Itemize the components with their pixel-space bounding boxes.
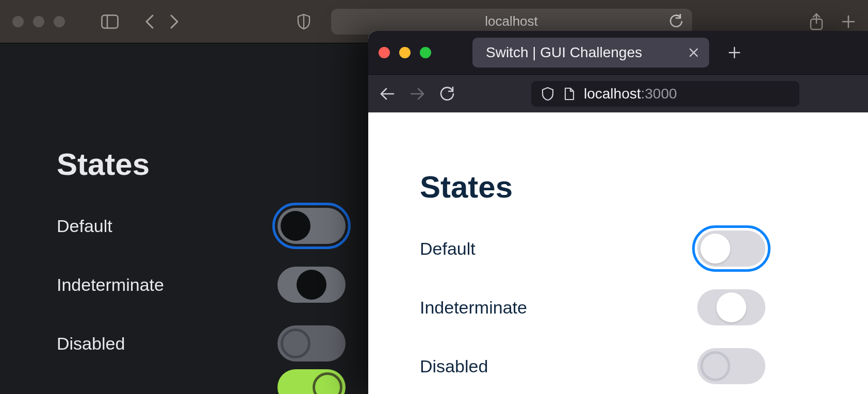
state-label: Disabled (57, 334, 125, 354)
url-text: localhost:3000 (584, 86, 677, 102)
state-label: Disabled (420, 356, 488, 376)
switch-thumb (716, 292, 746, 322)
firefox-page-content: States Default Indeterminate Disabled (368, 112, 868, 394)
state-row-disabled: Disabled (57, 325, 346, 362)
reload-icon[interactable] (439, 86, 455, 102)
tab-title: Switch | GUI Challenges (486, 44, 642, 61)
traffic-minimize[interactable] (399, 47, 411, 58)
state-row-disabled-checked: x (57, 369, 346, 394)
page-title: States (420, 169, 868, 205)
switch-indeterminate[interactable] (277, 267, 346, 303)
state-row-indeterminate: Indeterminate (57, 267, 346, 303)
sidebar-toggle-icon[interactable] (101, 14, 119, 29)
traffic-close[interactable] (379, 47, 390, 58)
url-host: localhost (584, 86, 641, 102)
state-label: Default (57, 216, 112, 236)
safari-traffic-lights (12, 16, 65, 27)
state-label: Indeterminate (420, 298, 527, 318)
state-row-disabled: Disabled (420, 348, 765, 384)
switch-thumb (281, 329, 310, 358)
new-tab-icon[interactable] (841, 14, 856, 29)
traffic-minimize[interactable] (33, 16, 44, 27)
firefox-nav-toolbar: localhost:3000 (368, 74, 868, 112)
traffic-zoom[interactable] (54, 16, 65, 27)
switch-disabled-checked (277, 369, 346, 394)
switch-default[interactable] (697, 231, 765, 267)
state-label: Indeterminate (57, 275, 164, 295)
switch-default[interactable] (277, 208, 346, 244)
traffic-close[interactable] (12, 16, 24, 27)
url-port: :3000 (641, 86, 677, 102)
forward-icon (410, 87, 425, 101)
switch-disabled (697, 348, 765, 384)
new-tab-icon[interactable] (728, 46, 741, 59)
switch-thumb (700, 351, 730, 381)
safari-nav (144, 13, 179, 30)
browser-tab[interactable]: Switch | GUI Challenges (472, 38, 709, 68)
reload-icon[interactable] (669, 14, 683, 29)
privacy-shield-icon[interactable] (297, 13, 310, 30)
traffic-zoom[interactable] (420, 47, 431, 58)
svg-rect-0 (102, 15, 118, 28)
switch-disabled (277, 325, 346, 362)
back-icon[interactable] (380, 87, 395, 101)
safari-url-text: localhost (485, 13, 538, 29)
safari-address-bar[interactable]: localhost (331, 9, 692, 35)
switch-indeterminate[interactable] (697, 289, 765, 325)
firefox-tab-bar: Switch | GUI Challenges (368, 31, 868, 74)
state-label: Default (420, 239, 476, 259)
firefox-address-bar[interactable]: localhost:3000 (531, 81, 799, 107)
forward-icon[interactable] (169, 13, 179, 30)
share-icon[interactable] (809, 13, 824, 30)
switch-thumb (700, 234, 730, 264)
firefox-window: Switch | GUI Challenges (368, 31, 868, 394)
back-icon[interactable] (144, 13, 155, 30)
shield-icon[interactable] (542, 87, 554, 101)
switch-thumb (297, 270, 326, 300)
firefox-traffic-lights (379, 47, 431, 58)
switch-thumb (281, 211, 310, 241)
state-row-default: Default (420, 231, 765, 267)
tab-close-icon[interactable] (689, 47, 699, 58)
state-row-indeterminate: Indeterminate (420, 289, 765, 325)
page-icon (563, 87, 575, 101)
state-row-default: Default (57, 208, 346, 244)
switch-thumb (313, 372, 342, 394)
